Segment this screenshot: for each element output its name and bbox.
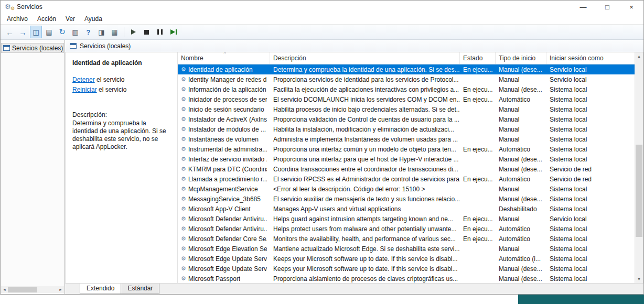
services-table-body: ⚙Identidad de aplicación Determina y com… [178, 64, 643, 283]
cell-descripcion: Habilita procesos de inicio bajo credenc… [270, 104, 460, 114]
table-row[interactable]: ⚙Microsoft App-V Client Manages App-V us… [178, 204, 643, 214]
table-vertical-scrollbar[interactable]: ▲ ▼ [635, 52, 643, 283]
cell-iniciar-sesion-como: Servicio local [546, 214, 643, 224]
console-window-icon [3, 45, 10, 51]
show-console-tree-icon[interactable]: ◫ [30, 26, 42, 38]
menu-archivo[interactable]: Archivo [2, 14, 33, 24]
table-row[interactable]: ⚙McpManagementService <Error al leer la … [178, 184, 643, 194]
column-header-estado[interactable]: Estado [460, 52, 496, 64]
table-row[interactable]: ⚙Microsoft Defender Antiviru... Helps pr… [178, 224, 643, 234]
table-row[interactable]: ⚙Instalador de módulos de ... Habilita l… [178, 124, 643, 134]
table-row[interactable]: ⚙Microsoft Edge Elevation Se... Mantiene… [178, 244, 643, 254]
toolbar: ←→◫▤↻▥?◨▦ [1, 24, 643, 40]
maximize-button[interactable]: □ [595, 1, 619, 13]
cell-nombre: ⚙KTMRM para DTC (Coordina... [178, 164, 270, 174]
table-row[interactable]: ⚙Iniciador de procesos de ser... El serv… [178, 94, 643, 104]
table-row[interactable]: ⚙Instalador de ActiveX (AxIns... Proporc… [178, 114, 643, 124]
scroll-left-icon[interactable]: ◄ [1, 286, 8, 293]
service-gear-icon: ⚙ [181, 205, 186, 212]
minimize-button[interactable]: — [571, 1, 595, 13]
stop-service-link[interactable]: Detener [72, 76, 95, 83]
table-row[interactable]: ⚙Inicio de sesión secundario Habilita pr… [178, 104, 643, 114]
tree-horizontal-scrollbar[interactable]: ◄ ► [1, 286, 64, 293]
table-row[interactable]: ⚙Instantáneas de volumen Administra e im… [178, 134, 643, 144]
table-row[interactable]: ⚙Llamada a procedimiento r... El servici… [178, 174, 643, 184]
cell-descripcion: Habilita la instalación, modificación y … [270, 124, 460, 134]
table-row[interactable]: ⚙Microsoft Passport Proporciona aislamie… [178, 274, 643, 283]
cell-estado [460, 124, 496, 134]
export-list-icon[interactable]: ▥ [69, 26, 81, 38]
table-row[interactable]: ⚙KTMRM para DTC (Coordina... Coordina tr… [178, 164, 643, 174]
column-header-descripcion[interactable]: Descripción [270, 52, 460, 64]
tree-item-servicios-locales[interactable]: Servicios (locales) [1, 43, 64, 53]
cell-iniciar-sesion-como: Sistema local [546, 94, 643, 104]
refresh-icon[interactable]: ↻ [56, 26, 68, 38]
table-row[interactable]: ⚙Identidad de aplicación Determina y com… [178, 64, 643, 74]
services-app-icon: ⚙ [5, 3, 14, 11]
scroll-down-icon[interactable]: ▼ [635, 275, 643, 283]
v-scroll-thumb[interactable] [636, 145, 642, 237]
cell-descripcion: Monitors the availability, health, and p… [270, 234, 460, 244]
cell-estado: En ejecu... [460, 144, 496, 154]
list-view-icon[interactable]: ▦ [109, 26, 121, 38]
table-row[interactable]: ⚙MessagingService_3b685 El servicio auxi… [178, 194, 643, 204]
cell-descripcion: Coordina transacciones entre el coordina… [270, 164, 460, 174]
cell-iniciar-sesion-como: Sistema local [546, 124, 643, 134]
start-service-icon[interactable] [127, 26, 139, 38]
extended-view-icon[interactable]: ◨ [95, 26, 108, 38]
table-row[interactable]: ⚙Instrumental de administra... Proporcio… [178, 144, 643, 154]
cell-descripcion: El servicio RPCSS es el Administrador de… [270, 174, 460, 184]
table-row[interactable]: ⚙Interfaz de servicio invitado ... Propo… [178, 154, 643, 164]
table-row[interactable]: ⚙Información de la aplicación Facilita l… [178, 84, 643, 94]
table-row[interactable]: ⚙Microsoft Edge Update Serv... Keeps you… [178, 264, 643, 274]
tree-item-label: Servicios (locales) [12, 45, 63, 52]
properties-icon[interactable]: ▤ [43, 26, 55, 38]
tab-extendido[interactable]: Extendido [80, 284, 121, 294]
cell-iniciar-sesion-como: Sistema local [546, 104, 643, 114]
service-gear-icon: ⚙ [181, 146, 186, 153]
cell-tipo-de-inicio: Automático [496, 174, 546, 184]
column-header-tipo-de-inicio[interactable]: Tipo de inicio [496, 52, 546, 64]
h-scroll-track[interactable] [8, 286, 57, 293]
column-header-nombre[interactable]: Nombre^ [178, 52, 270, 64]
restart-service-link[interactable]: Reiniciar [72, 86, 97, 93]
column-header-iniciar-sesion-como[interactable]: Iniciar sesión como [546, 52, 635, 64]
help-icon[interactable]: ? [82, 26, 94, 38]
menu-ver[interactable]: Ver [61, 14, 80, 24]
h-scroll-thumb[interactable] [8, 287, 37, 292]
stop-service-icon[interactable] [141, 26, 153, 38]
pause-service-icon[interactable] [154, 26, 166, 38]
table-row[interactable]: ⚙Microsoft Defender Antiviru... Helps gu… [178, 214, 643, 224]
table-row[interactable]: ⚙Identity Manager de redes d... Proporci… [178, 74, 643, 84]
cell-estado [460, 254, 496, 264]
menu-ayuda[interactable]: Ayuda [80, 14, 107, 24]
cell-iniciar-sesion-como: Sistema local [546, 234, 643, 244]
tab-estandar[interactable]: Estándar [121, 284, 159, 294]
cell-iniciar-sesion-como: Sistema local [546, 254, 643, 264]
console-tree-panel: Servicios (locales) ◄ ► [1, 40, 65, 294]
restart-service-icon[interactable] [167, 26, 179, 38]
sort-ascending-icon: ^ [224, 52, 226, 56]
cell-descripcion: <Error al leer la descripción. Código de… [270, 184, 460, 194]
scroll-up-icon[interactable]: ▲ [635, 52, 643, 60]
service-gear-icon: ⚙ [181, 66, 186, 73]
service-gear-icon: ⚙ [181, 166, 186, 172]
cell-iniciar-sesion-como: Servicio local [546, 74, 643, 84]
cell-nombre: ⚙Identity Manager de redes d... [178, 74, 270, 84]
close-button[interactable]: × [619, 1, 643, 13]
table-row[interactable]: ⚙Microsoft Edge Update Serv... Keeps you… [178, 254, 643, 264]
cell-tipo-de-inicio: Automático [496, 234, 546, 244]
cell-nombre: ⚙Iniciador de procesos de ser... [178, 94, 270, 104]
cell-nombre: ⚙Microsoft Passport [178, 274, 270, 283]
table-row[interactable]: ⚙Microsoft Defender Core Se... Monitors … [178, 234, 643, 244]
menu-acción[interactable]: Acción [33, 14, 61, 24]
cell-iniciar-sesion-como: Sistema local [546, 264, 643, 274]
back-icon[interactable]: ← [4, 26, 16, 38]
cell-descripcion: Proporciona servicios de identidad para … [270, 74, 460, 84]
forward-icon[interactable]: → [17, 26, 29, 38]
service-gear-icon: ⚙ [181, 245, 186, 252]
cell-nombre: ⚙Microsoft App-V Client [178, 204, 270, 214]
scroll-right-icon[interactable]: ► [57, 286, 64, 293]
cell-tipo-de-inicio: Manual [496, 214, 546, 224]
services-window: ⚙ Servicios — □ × ArchivoAcciónVerAyuda … [0, 0, 644, 295]
